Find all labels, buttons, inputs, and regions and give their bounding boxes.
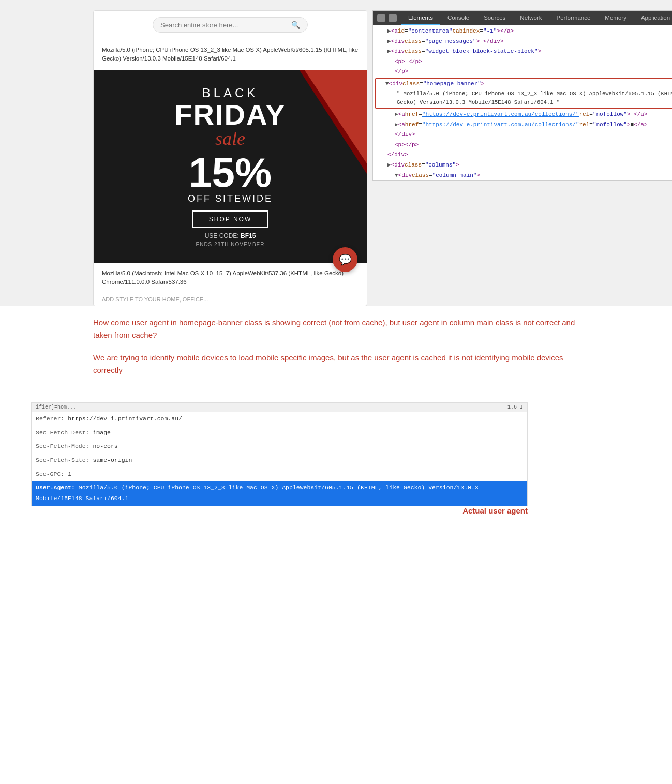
- search-bar-area: 🔍: [94, 11, 367, 39]
- status-right: 1.6 I: [507, 404, 523, 410]
- html-line[interactable]: </p>: [373, 67, 672, 77]
- bf-code: USE CODE: BF15: [205, 232, 256, 239]
- html-line[interactable]: ▶ <div class="page messages" > ≡ </div>: [373, 37, 672, 47]
- search-input[interactable]: [160, 21, 291, 29]
- html-line[interactable]: ▼ <div class="column main" >: [373, 171, 672, 180]
- devtools-area: Elements Console Sources Network Perform…: [372, 10, 672, 306]
- html-line[interactable]: ▶ <a href="https://dev-e.printivart.com.…: [373, 110, 672, 120]
- network-panel: ifier]=hom... 1.6 I Referer: https://dev…: [31, 402, 528, 506]
- preview-column: 🔍 Mozilla/5.0 (iPhone; CPU iPhone OS 13_…: [93, 10, 372, 306]
- bf-shop-btn[interactable]: SHOP NOW: [192, 210, 268, 228]
- network-status-bar: ifier]=hom... 1.6 I: [32, 403, 527, 412]
- html-line-ua-mobile: " Mozilla/5.0 (iPhone; CPU iPhone OS 13_…: [376, 89, 672, 99]
- bottom-section: ifier]=hom... 1.6 I Referer: https://dev…: [0, 402, 672, 526]
- elements-panel[interactable]: ▶ <a id="contentarea" tabindex="-1" ></a…: [373, 25, 672, 180]
- red-ribbon: [305, 70, 367, 163]
- devtools-icon-2[interactable]: [389, 14, 397, 22]
- add-style-hint: ADD STYLE TO YOUR HOME, OFFICE...: [94, 293, 367, 306]
- tab-performance[interactable]: Performance: [549, 11, 598, 25]
- status-left: ifier]=hom...: [36, 404, 76, 410]
- tab-elements[interactable]: Elements: [401, 11, 440, 25]
- top-area: 🔍 Mozilla/5.0 (iPhone; CPU iPhone OS 13_…: [0, 0, 672, 306]
- info-text: We are trying to identify mobile devices…: [93, 352, 579, 376]
- question-text: How come user agent in homepage-banner c…: [93, 316, 579, 341]
- devtools-icons: [373, 14, 401, 22]
- tab-memory[interactable]: Memory: [598, 11, 634, 25]
- browser-preview: 🔍 Mozilla/5.0 (iPhone; CPU iPhone OS 13_…: [93, 10, 367, 306]
- html-line-ua-mobile-2: Gecko) Version/13.0.3 Mobile/15E148 Safa…: [376, 98, 672, 108]
- mobile-ua-text: Mozilla/5.0 (iPhone; CPU iPhone OS 13_2_…: [94, 39, 367, 70]
- tab-network[interactable]: Network: [513, 11, 549, 25]
- html-line[interactable]: </div>: [373, 130, 672, 140]
- homepage-banner-block: ▼ <div class="homepage-banner" > " Mozil…: [375, 78, 672, 109]
- bf-percent: 15%: [189, 152, 272, 193]
- network-row-referer: Referer: https://dev-i.printivart.com.au…: [32, 412, 527, 426]
- devtools-icon-1[interactable]: [377, 14, 385, 22]
- desktop-ua-text: Mozilla/5.0 (Macintosh; Intel Mac OS X 1…: [94, 263, 367, 293]
- actual-ua-label-container: Actual user agent: [31, 506, 528, 516]
- html-line[interactable]: <p></p>: [373, 140, 672, 150]
- actual-ua-label: Actual user agent: [462, 506, 528, 515]
- devtools-panel: Elements Console Sources Network Perform…: [372, 10, 672, 181]
- bf-sale: sale: [215, 129, 245, 148]
- html-line[interactable]: <p> </p>: [373, 57, 672, 67]
- html-line[interactable]: ▶ <div class="columns" >: [373, 160, 672, 171]
- bf-off: OFF SITEWIDE: [188, 193, 273, 204]
- network-row-gpc: Sec-GPC: 1: [32, 468, 527, 481]
- tab-console[interactable]: Console: [440, 11, 476, 25]
- html-line[interactable]: ▶ <div class="widget block block-static-…: [373, 47, 672, 57]
- devtools-tabs: Elements Console Sources Network Perform…: [373, 11, 672, 25]
- network-row-fetch-mode: Sec-Fetch-Mode: no-cors: [32, 440, 527, 454]
- network-row-useragent: User-Agent: Mozilla/5.0 (iPhone; CPU iPh…: [32, 481, 527, 505]
- black-friday-banner: BLACK FRIDAY sale 15% OFF SITEWIDE SHOP …: [94, 70, 367, 263]
- bf-code-value: BF15: [241, 232, 256, 239]
- tab-sources[interactable]: Sources: [476, 11, 513, 25]
- search-icon: 🔍: [291, 21, 300, 29]
- left-spacer: [0, 10, 93, 306]
- html-line[interactable]: ▶ <a href="https://dev-e.printivart.com.…: [373, 120, 672, 130]
- network-row-fetch-dest: Sec-Fetch-Dest: image: [32, 426, 527, 440]
- devtools-body: ▶ <a id="contentarea" tabindex="-1" ></a…: [373, 25, 672, 180]
- bf-friday: FRIDAY: [174, 100, 286, 129]
- chat-button[interactable]: 💬: [333, 247, 357, 272]
- network-row-fetch-site: Sec-Fetch-Site: same-origin: [32, 454, 527, 468]
- html-line-homepage-banner[interactable]: ▼ <div class="homepage-banner" >: [376, 79, 672, 89]
- tab-application[interactable]: Application: [634, 11, 672, 25]
- bf-ends: ENDS 28TH NOVEMBER: [196, 242, 264, 247]
- search-bar: 🔍: [153, 17, 308, 33]
- html-line[interactable]: ▶ <a id="contentarea" tabindex="-1" ></a…: [373, 26, 672, 37]
- page-wrapper: 🔍 Mozilla/5.0 (iPhone; CPU iPhone OS 13_…: [0, 0, 672, 526]
- main-content: How come user agent in homepage-banner c…: [0, 306, 672, 402]
- html-line[interactable]: </div>: [373, 150, 672, 160]
